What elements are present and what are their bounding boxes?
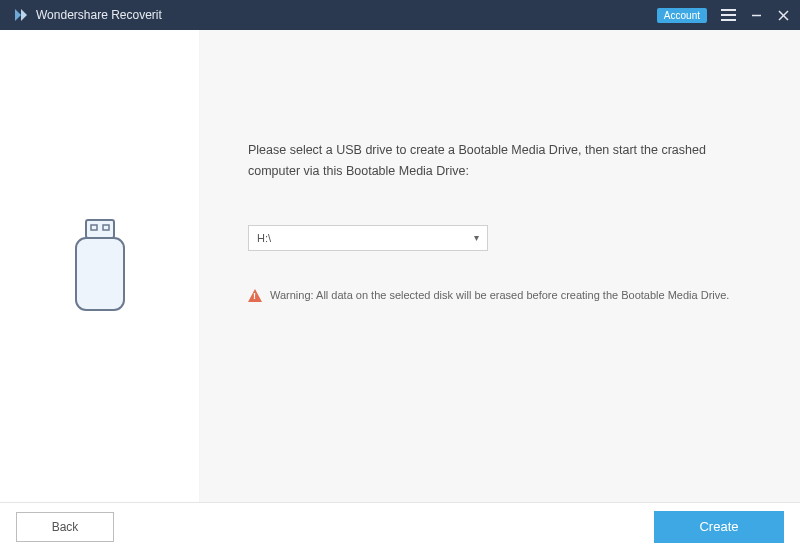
titlebar-controls: Account [657,8,790,23]
content: Please select a USB drive to create a Bo… [0,30,800,502]
create-button[interactable]: Create [654,511,784,543]
recoverit-logo-icon [12,6,30,24]
warning-icon [248,289,262,302]
instruction-text: Please select a USB drive to create a Bo… [248,140,752,183]
titlebar: Wondershare Recoverit Account [0,0,800,30]
account-button[interactable]: Account [657,8,707,23]
footer: Back Create [0,502,800,550]
sidebar [0,30,200,502]
drive-select[interactable]: H:\ ▾ [248,225,488,251]
app-title: Wondershare Recoverit [36,8,162,22]
usb-drive-icon [68,216,132,316]
main-panel: Please select a USB drive to create a Bo… [200,30,800,502]
close-button[interactable] [777,9,790,22]
svg-rect-3 [86,220,114,238]
menu-icon[interactable] [721,9,736,21]
back-button[interactable]: Back [16,512,114,542]
chevron-down-icon: ▾ [474,232,479,243]
svg-rect-6 [76,238,124,310]
app-logo: Wondershare Recoverit [12,6,162,24]
minimize-button[interactable] [750,9,763,22]
warning-row: Warning: All data on the selected disk w… [248,289,752,302]
drive-select-value: H:\ [257,232,271,244]
warning-text: Warning: All data on the selected disk w… [270,289,729,301]
